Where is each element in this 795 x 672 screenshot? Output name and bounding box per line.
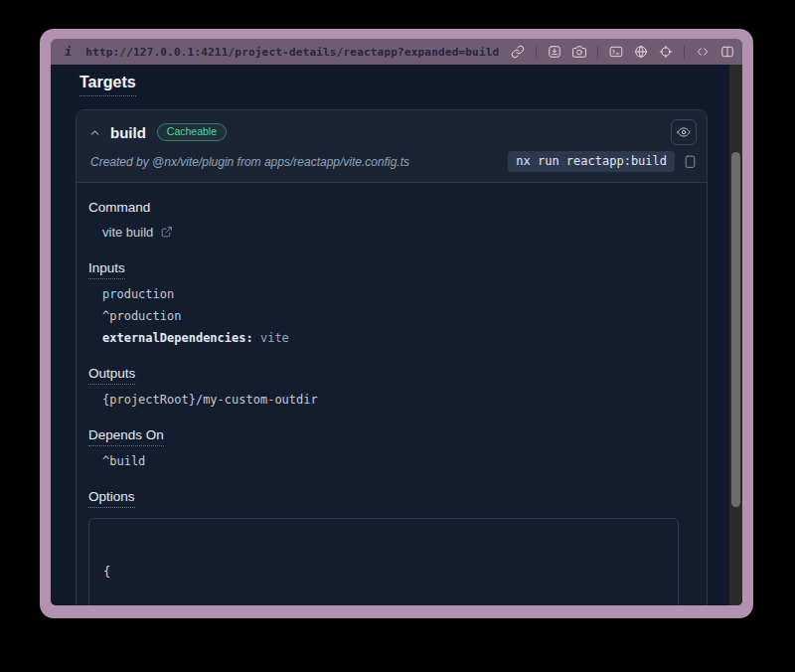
target-icon[interactable]	[659, 45, 673, 59]
terminal-icon[interactable]	[609, 45, 623, 59]
depends-on-item: ^build	[102, 454, 693, 468]
chevron-up-icon[interactable]	[88, 126, 101, 139]
eye-icon	[677, 125, 691, 139]
download-icon[interactable]	[548, 45, 561, 59]
build-header-row[interactable]: build Cacheable	[77, 110, 707, 148]
run-command-chip: nx run reactapp:build	[508, 151, 675, 172]
split-view-icon[interactable]	[720, 45, 734, 59]
depends-on-heading: Depends On	[88, 427, 693, 446]
created-by-text: Created by @nx/vite/plugin from apps/rea…	[90, 155, 409, 169]
desktop-background: i http://127.0.0.1:4211/project-details/…	[0, 0, 795, 672]
project-details-view: Targets build Cacheable	[51, 65, 729, 605]
code-icon[interactable]	[696, 45, 710, 59]
browser-toolbar: i http://127.0.0.1:4211/project-details/…	[51, 39, 742, 65]
page-title-text: Targets	[80, 73, 136, 96]
toolbar-separator	[536, 46, 537, 59]
url-text[interactable]: http://127.0.0.1:4211/project-details/re…	[85, 46, 511, 59]
external-link-icon[interactable]	[160, 226, 173, 239]
browser-window: i http://127.0.0.1:4211/project-details/…	[40, 29, 753, 618]
input-item: externalDependencies: vite	[102, 331, 693, 345]
build-header-subrow: Created by @nx/vite/plugin from apps/rea…	[77, 148, 707, 182]
clipboard-icon	[684, 154, 697, 169]
code-line: {	[103, 564, 664, 581]
link-icon[interactable]	[511, 45, 525, 59]
globe-icon[interactable]	[634, 45, 648, 59]
view-graph-button[interactable]	[671, 119, 697, 145]
command-heading: Command	[88, 200, 693, 215]
command-value: vite build	[102, 225, 153, 240]
command-row: vite build	[102, 225, 693, 240]
toolbar-separator	[684, 46, 685, 59]
page-title: Targets	[80, 65, 708, 96]
options-code-block: { "cwd": "apps/reactapp" }	[88, 518, 679, 605]
build-card-body: Command vite build Inputs prod	[77, 183, 707, 605]
copy-button[interactable]	[684, 154, 697, 169]
toolbar-actions	[511, 45, 734, 59]
cacheable-badge: Cacheable	[157, 123, 227, 141]
toolbar-separator	[597, 46, 598, 59]
build-card-header: build Cacheable Created by @nx/vite/plug…	[77, 110, 707, 183]
scrollbar[interactable]	[729, 65, 742, 605]
output-item: {projectRoot}/my-custom-outdir	[102, 393, 693, 407]
camera-icon[interactable]	[572, 45, 586, 59]
target-card-build: build Cacheable Created by @nx/vite/plug…	[76, 109, 708, 605]
info-icon: i	[65, 45, 72, 59]
input-item: production	[102, 287, 693, 301]
input-item: ^production	[102, 309, 693, 323]
outputs-heading: Outputs	[88, 366, 693, 385]
inputs-heading: Inputs	[88, 260, 693, 279]
options-heading: Options	[88, 489, 693, 508]
target-name: build	[110, 124, 146, 141]
scrollbar-thumb[interactable]	[731, 152, 740, 507]
page-content: Targets build Cacheable	[51, 65, 742, 605]
